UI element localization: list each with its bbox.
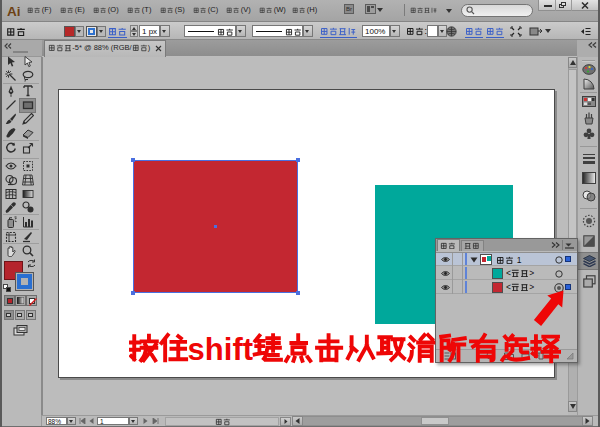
svg-text:shift: shift	[188, 332, 253, 366]
